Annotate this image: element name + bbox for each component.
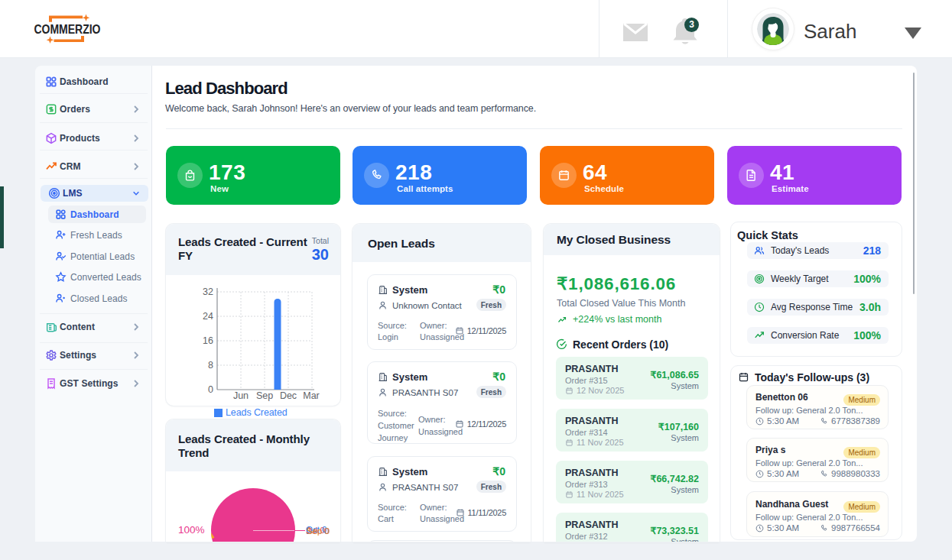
svg-text:Dec: Dec [280, 390, 297, 401]
svg-text:16: 16 [203, 335, 213, 346]
svg-text:Jun: Jun [233, 390, 249, 401]
svg-text:8: 8 [208, 360, 213, 371]
svg-text:Mar: Mar [303, 390, 320, 401]
svg-text:0: 0 [208, 384, 213, 395]
svg-text:100%: 100% [178, 524, 205, 536]
svg-text:24: 24 [203, 311, 213, 322]
svg-text:Sep: Sep [256, 390, 273, 401]
svg-text:32: 32 [203, 286, 213, 297]
svg-text:COMMERZIO: COMMERZIO [34, 22, 101, 36]
svg-text:Sep 0: Sep 0 [307, 526, 330, 536]
